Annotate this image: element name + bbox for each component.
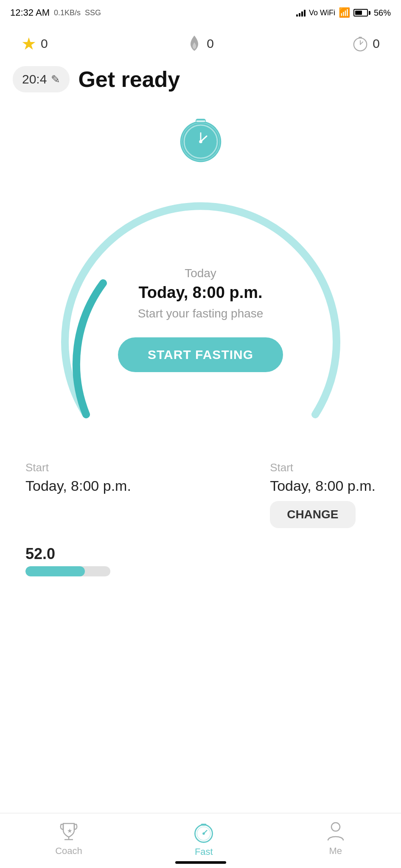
info-right-value: Today, 8:00 p.m. [270,478,376,494]
info-col-right: Start Today, 8:00 p.m. CHANGE [270,461,376,528]
flame-count: 0 [207,36,214,51]
nav-label-fast: Fast [195,846,213,857]
arc-content: Today Today, 8:00 p.m. Start your fastin… [118,267,283,372]
nav-label-coach: Coach [55,846,82,857]
plan-badge[interactable]: 20:4 ✎ [13,66,70,92]
plan-label: 20:4 [22,72,47,86]
stopwatch-container [0,109,401,164]
top-stats-row: ★ 0 0 0 [0,25,401,62]
svg-point-19 [202,832,205,835]
wifi-icon: 📶 [339,7,350,18]
svg-rect-1 [359,37,362,38]
nav-label-me: Me [329,846,342,857]
nav-indicator [175,861,226,864]
nav-item-fast[interactable]: Fast [193,820,215,857]
start-fasting-button[interactable]: START FASTING [118,337,283,372]
signal-icon [296,9,306,17]
flame-stat: 0 [186,35,214,53]
star-count: 0 [41,36,48,51]
timer-stat: 0 [352,35,380,53]
info-left-value: Today, 8:00 p.m. [25,478,131,494]
arc-subtitle: Start your fasting phase [118,307,283,320]
svg-point-20 [331,823,340,831]
info-left-label: Start [25,461,131,474]
large-stopwatch-icon [173,109,228,164]
nav-item-coach[interactable]: ★ Coach [55,821,82,857]
progress-bar-fill [25,566,85,576]
progress-value: 52.0 [25,545,110,563]
vo-wifi-label: Vo WiFi [309,8,335,17]
progress-section: 52.0 [0,537,401,585]
edit-icon: ✎ [51,73,60,86]
person-icon [325,821,346,843]
progress-col: 52.0 [25,545,110,576]
timer-count: 0 [373,36,380,51]
status-bar: 12:32 AM 0.1KB/s SSG Vo WiFi 📶 56% [0,0,401,25]
info-section: Start Today, 8:00 p.m. Start Today, 8:00… [0,448,401,537]
change-button[interactable]: CHANGE [270,501,355,528]
arc-section: Today Today, 8:00 p.m. Start your fastin… [52,169,349,444]
svg-text:★: ★ [67,827,73,834]
star-icon: ★ [21,34,36,53]
header-section: 20:4 ✎ Get ready [0,62,401,101]
arc-today-label: Today [118,267,283,280]
star-stat: ★ 0 [21,34,48,53]
status-time: 12:32 AM [10,7,50,18]
svg-point-10 [199,140,202,143]
nav-item-me[interactable]: Me [325,821,346,857]
arc-date: Today, 8:00 p.m. [118,284,283,302]
trophy-icon: ★ [58,821,80,843]
battery-percent: 56% [374,8,391,18]
info-col-left: Start Today, 8:00 p.m. [25,461,131,528]
bottom-nav: ★ Coach Fast Me [0,813,401,868]
status-carrier: SSG [85,8,101,17]
info-right-label: Start [270,461,293,474]
fast-stopwatch-icon [193,820,215,844]
timer-icon [352,35,368,53]
battery-icon [353,9,370,17]
svg-rect-16 [201,823,207,826]
flame-icon [186,35,202,53]
progress-bar-wrap [25,566,110,576]
page-title: Get ready [78,67,180,92]
status-network: 0.1KB/s [54,8,81,17]
